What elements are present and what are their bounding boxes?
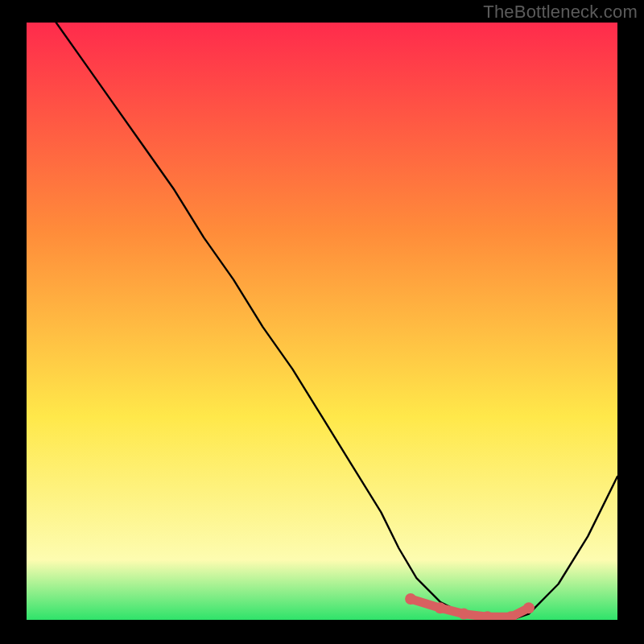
- chart-frame: TheBottleneck.com: [0, 0, 644, 644]
- flat-zone-marker: [405, 593, 416, 605]
- flat-zone-marker: [435, 602, 446, 613]
- plot-area: [27, 23, 617, 620]
- watermark-text: TheBottleneck.com: [483, 2, 638, 23]
- flat-zone-marker: [458, 609, 469, 620]
- plot-svg: [27, 23, 617, 620]
- flat-zone-marker: [523, 602, 535, 613]
- gradient-background: [27, 23, 617, 620]
